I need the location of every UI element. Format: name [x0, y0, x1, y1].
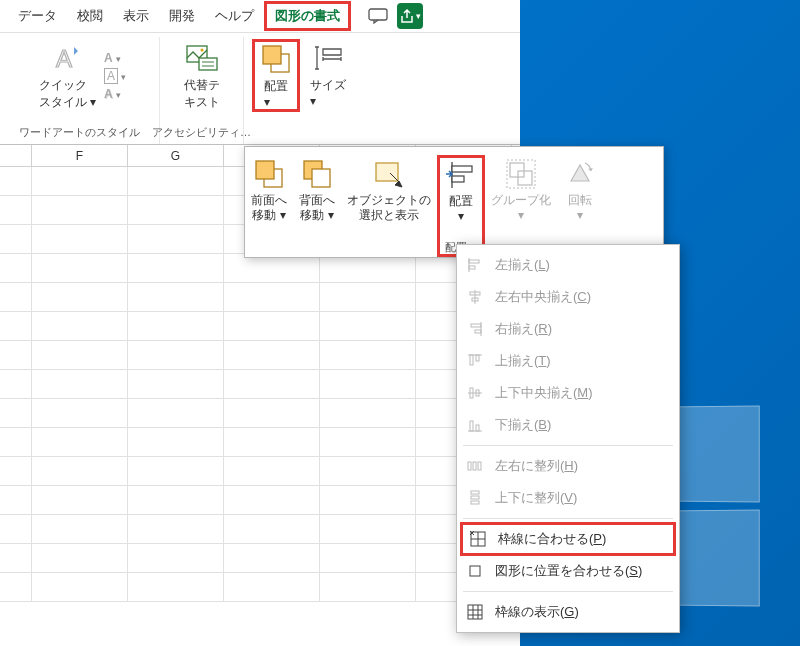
send-backward-icon — [300, 157, 334, 191]
comments-button[interactable] — [365, 3, 391, 29]
ribbon: A クイック スタイル ▾ A ▾ A ▾ A ▾ ワードアートのスタイル 代替… — [0, 33, 520, 145]
svg-rect-36 — [470, 421, 473, 431]
svg-rect-42 — [471, 496, 479, 499]
svg-rect-21 — [469, 260, 479, 263]
svg-rect-48 — [468, 605, 482, 619]
svg-rect-43 — [471, 501, 479, 504]
group-icon — [504, 157, 538, 191]
svg-rect-12 — [312, 169, 330, 187]
size-button[interactable]: サイズ ▾ — [304, 39, 352, 112]
selection-pane-label: オブジェクトの 選択と表示 — [347, 193, 431, 223]
arrange-label: 配置 ▾ — [264, 78, 288, 109]
bring-forward-button[interactable]: 前面へ 移動 ▾ — [245, 155, 293, 257]
svg-rect-15 — [452, 166, 472, 172]
align-middle-v-icon — [465, 383, 485, 403]
svg-rect-18 — [518, 171, 532, 185]
distribute-v-icon — [465, 488, 485, 508]
svg-rect-16 — [452, 176, 464, 182]
menu-separator — [463, 445, 673, 446]
align-icon — [444, 158, 478, 192]
menu-align-center-h[interactable]: 左右中央揃え(C) — [457, 281, 679, 313]
svg-rect-31 — [476, 355, 479, 361]
wordart-icon: A — [50, 41, 84, 75]
excel-window: データ 校閲 表示 開発 ヘルプ 図形の書式 ▾ A クイック スタイル ▾ — [0, 0, 520, 646]
gridlines-icon — [465, 602, 485, 622]
svg-rect-47 — [470, 566, 480, 576]
text-fill-button[interactable]: A ▾ — [104, 51, 126, 65]
align-center-h-icon — [465, 287, 485, 307]
svg-point-3 — [200, 49, 203, 52]
menu-separator — [463, 591, 673, 592]
svg-rect-17 — [510, 163, 524, 177]
menu-align-top[interactable]: 上揃え(T) — [457, 345, 679, 377]
align-dropdown: 左揃え(L) 左右中央揃え(C) 右揃え(R) 上揃え(T) 上下中央揃え(M)… — [456, 244, 680, 633]
svg-rect-38 — [468, 462, 471, 470]
wordart-group-label: ワードアートのスタイル — [19, 125, 140, 142]
rotate-button[interactable]: 回転 ▾ — [557, 155, 603, 257]
svg-rect-22 — [469, 266, 475, 269]
alt-text-icon — [185, 41, 219, 75]
menu-snap-to-grid[interactable]: 枠線に合わせる(P) — [460, 522, 676, 556]
send-backward-label: 背面へ 移動 ▾ — [299, 193, 335, 223]
menu-align-right[interactable]: 右揃え(R) — [457, 313, 679, 345]
rotate-label: 回転 ▾ — [568, 193, 592, 223]
menu-separator — [463, 518, 673, 519]
svg-rect-4 — [199, 58, 217, 70]
svg-rect-10 — [256, 161, 274, 179]
size-label: サイズ ▾ — [310, 77, 346, 108]
menu-distribute-v[interactable]: 上下に整列(V) — [457, 482, 679, 514]
selection-pane-button[interactable]: オブジェクトの 選択と表示 — [341, 155, 437, 257]
menu-align-middle-v[interactable]: 上下中央揃え(M) — [457, 377, 679, 409]
snap-to-grid-icon — [468, 529, 488, 549]
svg-rect-27 — [471, 324, 481, 327]
svg-rect-30 — [470, 355, 473, 365]
send-backward-button[interactable]: 背面へ 移動 ▾ — [293, 155, 341, 257]
column-header-g[interactable]: G — [128, 145, 224, 166]
svg-rect-8 — [263, 46, 281, 64]
align-left-icon — [465, 255, 485, 275]
distribute-h-icon — [465, 456, 485, 476]
tab-data[interactable]: データ — [8, 1, 67, 31]
menu-align-bottom[interactable]: 下揃え(B) — [457, 409, 679, 441]
svg-rect-28 — [475, 330, 481, 333]
alt-text-label: 代替テ キスト — [184, 77, 220, 111]
menu-align-left[interactable]: 左揃え(L) — [457, 249, 679, 281]
alt-text-button[interactable]: 代替テ キスト — [178, 39, 226, 113]
svg-rect-41 — [471, 491, 479, 494]
align-right-icon — [465, 319, 485, 339]
menu-snap-to-shape[interactable]: 図形に位置を合わせる(S) — [457, 555, 679, 587]
tab-view[interactable]: 表示 — [113, 1, 159, 31]
accessibility-group-label: アクセシビリティ… — [152, 125, 251, 142]
ribbon-tab-bar: データ 校閲 表示 開発 ヘルプ 図形の書式 ▾ — [0, 0, 520, 33]
tab-help[interactable]: ヘルプ — [205, 1, 264, 31]
tab-developer[interactable]: 開発 — [159, 1, 205, 31]
align-bottom-icon — [465, 415, 485, 435]
menu-distribute-h[interactable]: 左右に整列(H) — [457, 450, 679, 482]
arrange-button[interactable]: 配置 ▾ — [252, 39, 300, 112]
rotate-icon — [563, 157, 597, 191]
arrange-icon — [259, 42, 293, 76]
align-top-icon — [465, 351, 485, 371]
tab-review[interactable]: 校閲 — [67, 1, 113, 31]
group-button[interactable]: グループ化 ▾ — [485, 155, 557, 257]
svg-rect-0 — [369, 9, 387, 20]
snap-to-shape-icon — [465, 561, 485, 581]
quick-styles-button[interactable]: A クイック スタイル ▾ — [33, 39, 102, 113]
selection-pane-icon — [372, 157, 406, 191]
tab-shape-format[interactable]: 図形の書式 — [264, 1, 351, 31]
column-header-f[interactable]: F — [32, 145, 128, 166]
quick-styles-label: クイック スタイル ▾ — [39, 77, 96, 111]
share-button[interactable]: ▾ — [397, 3, 423, 29]
svg-rect-19 — [507, 160, 535, 188]
group-label: グループ化 ▾ — [491, 193, 551, 223]
align-label: 配置 ▾ — [449, 194, 473, 224]
text-outline-button[interactable]: A ▾ — [104, 68, 126, 84]
arrange-popup: 前面へ 移動 ▾ 背面へ 移動 ▾ オブジェクトの 選択と表示 配置 ▾ グルー… — [244, 146, 664, 258]
text-effects-button[interactable]: A ▾ — [104, 87, 126, 101]
menu-view-gridlines[interactable]: 枠線の表示(G) — [457, 596, 679, 628]
bring-forward-icon — [252, 157, 286, 191]
svg-rect-37 — [476, 425, 479, 431]
size-icon — [311, 41, 345, 75]
svg-rect-39 — [473, 462, 476, 470]
bring-forward-label: 前面へ 移動 ▾ — [251, 193, 287, 223]
